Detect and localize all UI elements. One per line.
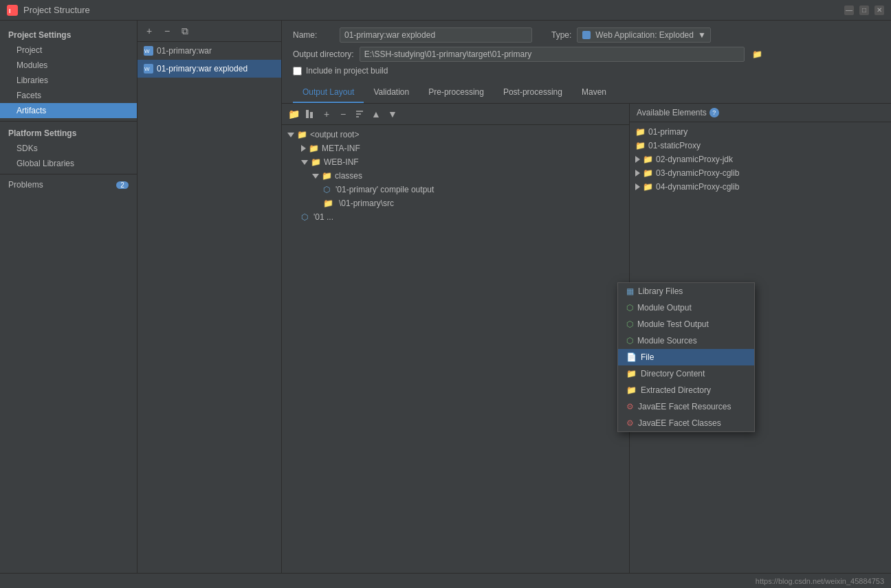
dropdown-library-files[interactable]: ▦ Library Files: [618, 283, 630, 299]
project-structure-window: I Project Structure — □ ✕ Project Settin…: [0, 0, 891, 588]
dropdown-directory-content[interactable]: 📁 Directory Content: [618, 365, 630, 382]
module-folder-icon: 📁: [643, 155, 653, 164]
output-dir-row: Output directory: 📁: [293, 47, 880, 62]
title-bar: I Project Structure — □ ✕: [0, 0, 891, 21]
window-controls: — □ ✕: [844, 5, 884, 15]
minimize-button[interactable]: —: [844, 5, 854, 15]
intellij-icon: I: [7, 5, 18, 16]
artifact-war-exploded[interactable]: W 01-primary:war exploded: [138, 60, 281, 78]
expand-icon[interactable]: [635, 170, 640, 177]
dropdown-javaee-facet-classes[interactable]: ⚙ JavaEE Facet Classes: [618, 415, 630, 431]
output-tree-toolbar: 📁 + − ▲ ▼: [282, 104, 629, 125]
title-bar-left: I Project Structure: [7, 5, 90, 16]
sort-button[interactable]: [352, 106, 367, 122]
sidebar-item-sdks[interactable]: SDKs: [0, 141, 137, 156]
sidebar-item-project[interactable]: Project: [0, 43, 137, 58]
artifact-war[interactable]: W 01-primary:war: [138, 42, 281, 60]
tab-maven[interactable]: Maven: [572, 82, 616, 103]
name-input[interactable]: [340, 27, 532, 43]
expand-icon[interactable]: [635, 183, 640, 190]
file-icon: 📄: [626, 352, 630, 362]
maximize-button[interactable]: □: [859, 5, 869, 15]
sidebar-item-problems[interactable]: Problems 2: [0, 177, 137, 192]
create-dir-button[interactable]: 📁: [286, 106, 301, 122]
war-exploded-icon: W: [143, 63, 154, 74]
module-icon: ⬡: [301, 212, 308, 222]
close-button[interactable]: ✕: [874, 5, 884, 15]
extracted-dir-icon: 📁: [626, 385, 630, 395]
dropdown-file[interactable]: 📄 File: [618, 349, 630, 365]
sidebar-item-modules[interactable]: Modules: [0, 58, 137, 73]
module-folder-icon: 📁: [635, 127, 646, 137]
available-elements-header: Available Elements ?: [630, 104, 891, 122]
remove-artifact-button[interactable]: −: [160, 23, 175, 38]
avail-item-01-primary[interactable]: 📁 01-primary: [630, 125, 891, 139]
expand-icon[interactable]: [287, 133, 294, 137]
sidebar-divider-2: [0, 174, 137, 174]
svg-rect-8: [310, 112, 313, 118]
browse-output-dir-button[interactable]: 📁: [750, 47, 765, 62]
include-in-build-checkbox[interactable]: [293, 67, 302, 76]
tree-item-01-module[interactable]: ⬡ '01 ...: [282, 210, 629, 224]
remove-element-button[interactable]: −: [336, 106, 351, 122]
tabs-bar: Output Layout Validation Pre-processing …: [282, 82, 891, 104]
problems-badge: 2: [116, 181, 129, 189]
folder-icon: 📁: [309, 144, 319, 153]
dropdown-module-output[interactable]: ⬡ Module Output: [618, 299, 630, 316]
name-field-row: Name: Type: Web Application: Exploded ▼: [293, 27, 880, 43]
expand-icon[interactable]: [301, 145, 306, 152]
module-folder-icon: 📁: [643, 168, 653, 178]
app-icon: I: [7, 5, 18, 16]
show-structure-button[interactable]: [302, 106, 318, 122]
tree-item-output-root[interactable]: 📁 <output root>: [282, 128, 629, 142]
svg-text:W: W: [144, 66, 150, 72]
add-element-button[interactable]: +: [319, 106, 334, 122]
window-title: Project Structure: [23, 5, 90, 15]
type-label: Type:: [551, 30, 571, 40]
sidebar-item-global-libs[interactable]: Global Libraries: [0, 156, 137, 171]
tab-output-layout[interactable]: Output Layout: [293, 82, 364, 103]
avail-item-03-dynamic-proxy-cglib[interactable]: 📁 03-dynamicProxy-cglib: [630, 166, 891, 180]
copy-artifact-button[interactable]: ⧉: [177, 23, 192, 38]
expand-icon[interactable]: [635, 156, 640, 163]
tab-validation[interactable]: Validation: [364, 82, 419, 103]
include-in-build-row: Include in project build: [293, 66, 880, 76]
sidebar-item-libraries[interactable]: Libraries: [0, 73, 137, 88]
tree-item-classes[interactable]: 📁 classes: [282, 169, 629, 183]
module-folder-icon: 📁: [635, 141, 646, 150]
tab-post-processing[interactable]: Post-processing: [494, 82, 572, 103]
dropdown-extracted-directory[interactable]: 📁 Extracted Directory: [618, 382, 630, 398]
output-tree-panel: 📁 + − ▲ ▼: [282, 104, 630, 573]
tree-item-compile-output[interactable]: ⬡ '01-primary' compile output: [282, 183, 629, 196]
avail-item-04-dynamic-proxy-cglib[interactable]: 📁 04-dynamicProxy-cglib: [630, 180, 891, 194]
artifact-detail-panel: Name: Type: Web Application: Exploded ▼ …: [282, 21, 891, 573]
move-down-button[interactable]: ▼: [385, 106, 400, 122]
svg-rect-7: [306, 110, 309, 118]
sidebar-item-artifacts[interactable]: Artifacts: [0, 103, 137, 118]
dropdown-module-test-output[interactable]: ⬡ Module Test Output: [618, 316, 630, 332]
move-up-button[interactable]: ▲: [368, 106, 384, 122]
expand-icon[interactable]: [301, 160, 308, 165]
tab-pre-processing[interactable]: Pre-processing: [419, 82, 494, 103]
dropdown-javaee-facet-resources[interactable]: ⚙ JavaEE Facet Resources: [618, 398, 630, 415]
type-select[interactable]: Web Application: Exploded ▼: [577, 27, 710, 43]
expand-icon[interactable]: [312, 174, 319, 179]
tree-item-resources[interactable]: 📁 \01-primary\src: [282, 196, 629, 210]
sidebar-item-facets[interactable]: Facets: [0, 88, 137, 103]
svg-text:W: W: [144, 48, 150, 54]
platform-settings-label: Platform Settings: [0, 124, 137, 141]
output-dir-input[interactable]: [360, 47, 745, 62]
main-content: Project Settings Project Modules Librari…: [0, 21, 891, 573]
avail-item-02-dynamic-proxy-jdk[interactable]: 📁 02-dynamicProxy-jdk: [630, 152, 891, 166]
available-elements-help[interactable]: ?: [710, 108, 719, 117]
avail-item-01-static-proxy[interactable]: 📁 01-staticProxy: [630, 139, 891, 152]
tree-item-web-inf[interactable]: 📁 WEB-INF: [282, 155, 629, 169]
dropdown-module-sources[interactable]: ⬡ Module Sources: [618, 332, 630, 349]
module-icon: ⬡: [323, 185, 330, 194]
tree-item-meta-inf[interactable]: 📁 META-INF: [282, 142, 629, 155]
output-layout-area: 📁 + − ▲ ▼: [282, 104, 891, 573]
artifacts-toolbar: + − ⧉: [138, 21, 281, 42]
add-element-dropdown: ▦ Library Files ⬡ Module Output ⬡ Module…: [617, 282, 630, 432]
add-artifact-button[interactable]: +: [142, 23, 157, 38]
javaee-resources-icon: ⚙: [626, 402, 630, 411]
